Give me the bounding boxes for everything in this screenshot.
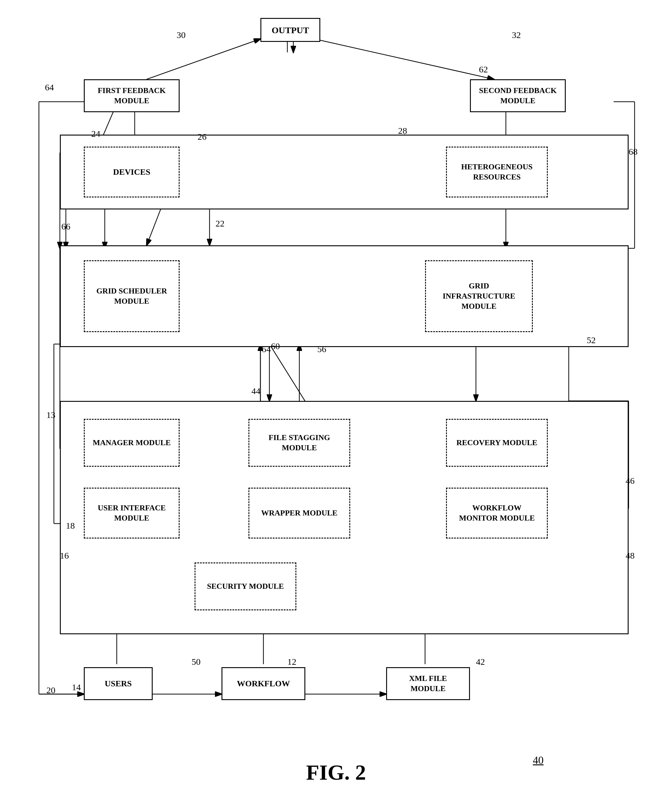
devices-box: DEVICES <box>84 146 180 197</box>
user-interface-box: USER INTERFACE MODULE <box>84 488 180 538</box>
heterogeneous-resources-box: HETEROGENEOUS RESOURCES <box>446 146 548 197</box>
ref-30: 30 <box>177 30 185 40</box>
ref-46: 46 <box>626 476 635 486</box>
ref-56: 56 <box>317 344 326 354</box>
svg-line-3 <box>314 39 494 79</box>
grid-scheduler-box: GRID SCHEDULER MODULE <box>84 260 180 332</box>
ref-14: 14 <box>72 682 81 692</box>
ref-24: 24 <box>91 128 100 139</box>
figure-label: FIG. 2 <box>306 760 366 785</box>
ref-40: 40 <box>533 754 543 767</box>
wrapper-module-box: WRAPPER MODULE <box>249 488 350 538</box>
ref-12: 12 <box>287 657 296 667</box>
first-feedback-box: FIRST FEEDBACK MODULE <box>84 79 180 112</box>
ref-13: 13 <box>46 410 55 420</box>
ref-20: 20 <box>46 685 55 695</box>
ref-66: 66 <box>61 221 70 232</box>
file-stagging-box: FILE STAGGING MODULE <box>249 419 350 467</box>
ref-50: 50 <box>192 657 200 667</box>
ref-22: 22 <box>215 218 225 229</box>
ref-48: 48 <box>626 551 635 561</box>
ref-28: 28 <box>398 126 407 136</box>
ref-68: 68 <box>629 146 638 157</box>
xml-file-box: XML FILE MODULE <box>386 667 470 700</box>
ref-62: 62 <box>479 64 488 75</box>
workflow-monitor-box: WORKFLOW MONITOR MODULE <box>446 488 548 538</box>
ref-26: 26 <box>198 132 207 142</box>
ref-16: 16 <box>60 551 69 561</box>
ref-18: 18 <box>66 520 75 531</box>
manager-module-box: MANAGER MODULE <box>84 419 180 467</box>
ref-32: 32 <box>512 30 521 40</box>
ref-54: 54 <box>262 344 271 354</box>
ref-52: 52 <box>587 335 596 345</box>
output-box: OUTPUT <box>260 18 320 42</box>
ref-60: 60 <box>271 341 280 351</box>
recovery-module-box: RECOVERY MODULE <box>446 419 548 467</box>
ref-44: 44 <box>251 386 260 396</box>
users-box: USERS <box>84 667 153 700</box>
grid-infrastructure-box: GRID INFRASTRUCTURE MODULE <box>425 260 533 332</box>
svg-line-2 <box>146 39 260 79</box>
ref-42: 42 <box>476 657 485 667</box>
ref-64: 64 <box>45 82 54 93</box>
second-feedback-box: SECOND FEEDBACK MODULE <box>470 79 566 112</box>
security-module-box: SECURITY MODULE <box>195 562 296 610</box>
workflow-box: WORKFLOW <box>221 667 305 700</box>
